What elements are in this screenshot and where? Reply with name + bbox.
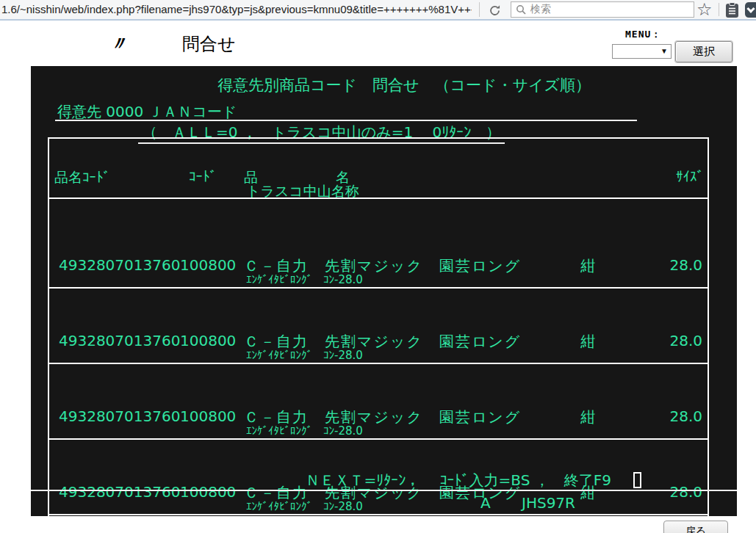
row-jan-code: 4932807013760 [59, 256, 180, 274]
status-indicator: A [480, 494, 491, 512]
row-jan-code: 4932807013760 [59, 483, 180, 501]
search-placeholder: 検索 [530, 3, 551, 16]
status-divider [31, 490, 737, 491]
menu-label: MENU： [625, 28, 661, 41]
row-size: 28.0 [669, 332, 702, 349]
search-box[interactable]: 検索 [511, 1, 694, 18]
url-bar[interactable]: 1.6/~nisshin/web/index.php?filename=jhs9… [1, 3, 472, 15]
table-row: 4932807013760 100800 Ｃ－自力 先割マジック 園芸ロング 紺… [49, 255, 708, 289]
row-color: 紺 [580, 407, 595, 427]
footer-hint-text: ＮＥＸＴ=ﾘﾀｰﾝ ， ｺｰﾄﾞ入力=BS ， 終了F9 [305, 471, 611, 489]
pocket-icon[interactable] [745, 2, 756, 18]
row-trusco-name: ｴﾝｹﾞｲﾀﾋﾞﾛﾝｸﾞ ｺﾝ-28.0 [246, 349, 363, 362]
select-button[interactable]: 選択 [675, 41, 732, 62]
page-title: 問合せ [182, 32, 236, 56]
reload-button[interactable] [485, 3, 504, 18]
bookmarks-clipboard-icon[interactable] [724, 2, 740, 18]
header-jan-code: 品名ｺｰﾄﾞ [54, 168, 110, 187]
bookmark-star-icon[interactable]: ☆ [696, 0, 713, 19]
menu-dropdown[interactable]: ▼ [612, 44, 672, 59]
screen-id: JHS97R [522, 494, 575, 512]
row-color: 紺 [580, 332, 595, 352]
toolbar-divider [719, 3, 719, 16]
row-size: 28.0 [669, 256, 702, 274]
row-code: 100800 [180, 483, 236, 501]
header-code: ｺｰﾄﾞ [189, 168, 217, 184]
input-underline [55, 120, 637, 121]
table-row: 4932807013760 100800 Ｃ－自力 先割マジック 園芸ロング 紺… [49, 330, 708, 364]
customer-jan-line: 得意先 0000 ＪＡＮコード [57, 102, 237, 122]
table-header: 品名ｺｰﾄﾞ ｺｰﾄﾞ 品 名 ｻｲｽﾞ トラスコ中山名称 [49, 167, 708, 199]
row-jan-code: 4932807013760 [59, 407, 180, 425]
row-jan-code: 4932807013760 [59, 332, 180, 349]
header-size: ｻｲｽﾞ [676, 168, 704, 184]
back-button[interactable]: 戻る [663, 521, 728, 533]
chevron-down-icon: ▼ [660, 47, 668, 55]
table-row: 4932807013760 100800 Ｃ－自力 先割マジック 園芸ロング 紺… [49, 406, 708, 440]
terminal-cursor [633, 472, 641, 488]
terminal-title: 得意先別商品コード 問合せ （コード・サイズ順） [31, 75, 737, 95]
reload-icon [489, 4, 501, 17]
chevron-down-icon [746, 4, 755, 12]
row-code: 100800 [180, 407, 236, 425]
toolbar-divider [479, 2, 480, 17]
search-icon [516, 4, 526, 15]
function-key-hints: ＮＥＸＴ=ﾘﾀｰﾝ ， ｺｰﾄﾞ入力=BS ， 終了F9 [287, 453, 641, 508]
row-trusco-name: ｴﾝｹﾞｲﾀﾋﾞﾛﾝｸﾞ ｺﾝ-28.0 [246, 273, 363, 286]
row-code: 100800 [180, 256, 236, 274]
row-trusco-name: ｴﾝｹﾞｲﾀﾋﾞﾛﾝｸﾞ ｺﾝ-28.0 [246, 424, 363, 438]
header-trusco-name: トラスコ中山名称 [246, 182, 359, 201]
row-code: 100800 [180, 332, 236, 349]
row-color: 紺 [580, 256, 595, 276]
terminal-screen: 得意先別商品コード 問合せ （コード・サイズ順） 得意先 0000 ＪＡＮコード… [31, 66, 737, 516]
row-size: 28.0 [669, 407, 702, 425]
browser-toolbar: 1.6/~nisshin/web/index.php?filename=jhs9… [0, 0, 756, 21]
ditto-mark: 〃 [109, 31, 128, 57]
row-size: 28.0 [669, 483, 702, 501]
